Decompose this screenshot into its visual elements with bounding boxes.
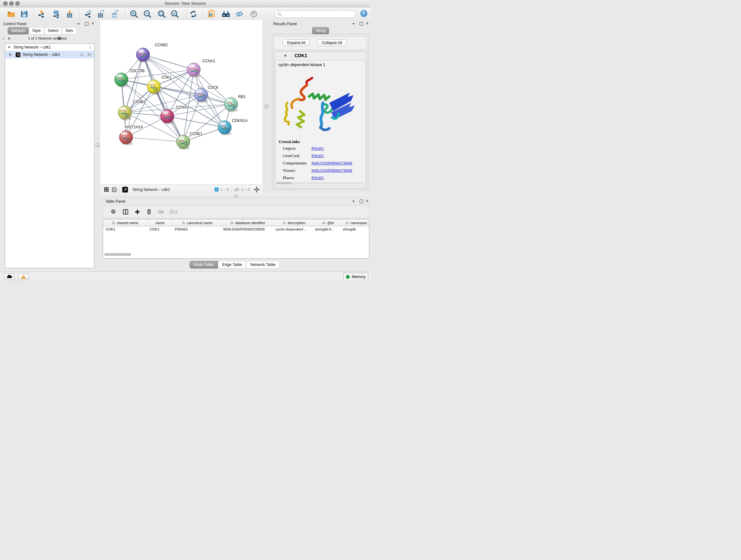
tab-node-table[interactable]: Node Table [190,261,218,268]
tab-string[interactable]: String [312,27,329,35]
column-header-name[interactable]: name [147,219,173,226]
scrollbar-thumb[interactable] [105,253,131,256]
column-header-id[interactable]: @id [314,219,342,226]
panel-menu-icon[interactable]: ▾ [353,22,354,26]
results-h-scrollbar[interactable] [276,182,364,184]
node-label-CDKN1A: CDKN1A [232,118,248,123]
add-column-icon[interactable] [135,209,140,214]
zoom-in-button[interactable] [130,10,138,18]
network-node-CDC25B[interactable]: CDC25B [115,69,145,87]
crosslink-compartments[interactable]: 9606.ENSP00000378699 [312,161,352,166]
right-splitter[interactable] [262,20,270,194]
column-header-namespac[interactable]: namespac [342,219,370,226]
grid-view-icon[interactable] [104,187,109,192]
collapse-all-button[interactable]: Collapse All [317,39,347,46]
network-node-RB1[interactable]: RB1 [224,95,246,112]
splitter-handle[interactable] [95,143,100,147]
hidden-eye-slash-icon [234,187,239,192]
collapse-triangle-icon[interactable]: ▼ [284,54,287,57]
control-panel-tabs: NetworkStyleSelectSets [8,27,77,35]
network-collection-row[interactable]: ▼ String Network – cdk1 1 [5,44,94,51]
column-header-description[interactable]: description [274,219,314,226]
column-label: shared name [117,221,138,225]
crosshair-icon[interactable] [254,186,260,192]
table-row[interactable]: CDK1CDK1P064939606.ENSP00000378699cyclin… [103,226,369,233]
crosslink-tissues[interactable]: 9606.ENSP00000378699 [312,168,352,173]
column-label: name [155,221,165,225]
search-input[interactable] [281,11,350,17]
import-network-database-button[interactable] [52,10,61,18]
crosslink-pharos[interactable]: P06493 [312,176,324,180]
column-header-sharedname[interactable]: shared name [103,219,147,226]
network-row-selected[interactable]: String Network – cdk1 11 48 [5,51,94,58]
network-view-share-icon[interactable] [112,187,117,192]
crosslink-uniprot[interactable]: P06493 [312,146,324,151]
network-node-CDKN1A[interactable]: CDKN1A [218,118,248,135]
column-header-databaseidentifier[interactable]: database identifier [221,219,274,226]
float-panel-icon[interactable] [360,199,363,203]
column-header-canonicalname[interactable]: canonical name [173,219,221,226]
cloud-button[interactable] [4,273,15,280]
export-table-button[interactable] [96,10,105,18]
show-hidden-button[interactable] [249,10,258,18]
delete-table-icon [158,209,164,214]
network-node-CCNE1[interactable]: CCNE1 [177,132,203,150]
close-panel-icon[interactable]: ✕ [366,199,368,203]
hide-selected-button[interactable] [235,10,244,18]
save-session-button[interactable] [20,10,29,18]
eye-icon [250,10,258,18]
import-network-file-button[interactable] [37,10,46,18]
birds-eye-view-icon[interactable] [122,187,128,192]
export-network-button[interactable] [84,10,92,18]
close-panel-icon[interactable]: ✕ [91,21,94,25]
warnings-button[interactable] [18,273,29,280]
tab-select[interactable]: Select [44,27,62,35]
tab-style[interactable]: Style [29,27,44,35]
import-table-button[interactable] [65,10,74,18]
show-columns-icon[interactable] [123,209,128,214]
table-h-scrollbar[interactable] [105,253,367,256]
toolbar-separator [202,9,203,19]
column-label: database identifier [235,221,265,225]
network-node-HIST1H1A[interactable]: HIST1H1A [119,125,143,145]
network-node-CCNA1[interactable]: CCNA1 [187,59,215,78]
cloud-icon [7,275,12,278]
float-panel-icon[interactable] [85,22,88,25]
left-splitter[interactable] [94,20,100,272]
scrollbar-thumb[interactable] [276,182,292,184]
copy-document-icon [207,10,216,18]
close-panel-icon[interactable]: ✕ [366,21,368,25]
tab-edge-table[interactable]: Edge Table [218,261,246,268]
network-view[interactable]: CCNB2CCNA1CDC25BCDK1CDC6RB1CCNB1CCNA2CDK… [100,20,262,185]
zoom-in-icon [130,10,138,18]
refresh-button[interactable] [189,10,198,18]
selected-nodes-checkbox[interactable]: ✓ [214,187,219,192]
delete-column-icon[interactable] [146,209,151,214]
horizontal-splitter[interactable] [100,194,370,198]
tab-network-table[interactable]: Network Table [246,261,280,268]
tab-sets[interactable]: Sets [62,27,77,35]
tab-network[interactable]: Network [8,27,29,35]
help-button[interactable]: ? [360,10,367,17]
splitter-handle[interactable] [264,104,269,109]
crosslink-genecard[interactable]: P06493 [312,153,324,159]
panel-menu-icon[interactable]: ▾ [353,199,354,203]
network-node-CCNB1[interactable]: CCNB1 [118,100,146,120]
memory-button[interactable]: Memory [343,273,368,280]
zoom-out-button[interactable] [143,10,152,18]
panel-menu-icon[interactable]: ▾ [77,22,79,26]
open-session-button[interactable] [7,10,16,18]
zoom-selected-button[interactable] [171,10,179,18]
clone-network-button[interactable] [207,10,216,18]
collapse-triangle-icon[interactable]: ▼ [8,46,10,49]
export-image-button[interactable] [111,10,119,18]
crosslink-row: Compartments:9606.ENSP00000378699 [283,161,362,166]
table-options-gear-icon[interactable]: ⚙ [111,208,116,215]
first-neighbors-button[interactable] [221,10,230,18]
network-canvas[interactable]: CCNB2CCNA1CDC25BCDK1CDC6RB1CCNB1CCNA2CDK… [100,20,262,185]
float-panel-icon[interactable] [360,22,363,25]
zoom-fit-button[interactable] [157,10,166,18]
network-options-gear-icon[interactable]: ⚙ [57,36,62,41]
network-tree: ▼ String Network – cdk1 1 String Network… [5,44,94,268]
expand-all-button[interactable]: Expand All [282,39,310,46]
